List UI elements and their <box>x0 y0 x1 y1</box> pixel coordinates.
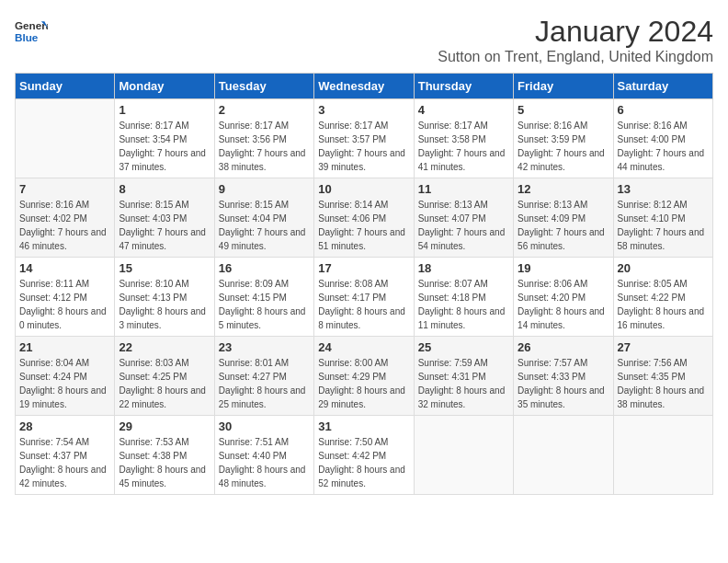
day-info: Sunrise: 8:05 AMSunset: 4:22 PMDaylight:… <box>618 277 709 332</box>
day-number: 29 <box>119 419 210 433</box>
day-info: Sunrise: 8:17 AMSunset: 3:57 PMDaylight:… <box>318 119 409 174</box>
day-number: 9 <box>219 182 310 196</box>
calendar-cell <box>514 416 613 495</box>
calendar-cell: 18Sunrise: 8:07 AMSunset: 4:18 PMDayligh… <box>414 258 513 337</box>
day-info: Sunrise: 7:56 AMSunset: 4:35 PMDaylight:… <box>618 356 709 411</box>
calendar-cell: 19Sunrise: 8:06 AMSunset: 4:20 PMDayligh… <box>514 258 613 337</box>
day-info: Sunrise: 7:50 AMSunset: 4:42 PMDaylight:… <box>318 435 409 490</box>
day-number: 6 <box>618 103 709 117</box>
calendar-week-row: 28Sunrise: 7:54 AMSunset: 4:37 PMDayligh… <box>16 416 713 495</box>
day-info: Sunrise: 7:53 AMSunset: 4:38 PMDaylight:… <box>119 435 210 490</box>
day-info: Sunrise: 8:13 AMSunset: 4:07 PMDaylight:… <box>418 198 509 253</box>
calendar-cell: 31Sunrise: 7:50 AMSunset: 4:42 PMDayligh… <box>314 416 414 495</box>
calendar-cell: 30Sunrise: 7:51 AMSunset: 4:40 PMDayligh… <box>214 416 313 495</box>
calendar-cell: 1Sunrise: 8:17 AMSunset: 3:54 PMDaylight… <box>115 99 214 178</box>
day-info: Sunrise: 8:17 AMSunset: 3:56 PMDaylight:… <box>219 119 310 174</box>
weekday-header-monday: Monday <box>115 74 214 99</box>
day-number: 20 <box>618 261 709 275</box>
weekday-header-friday: Friday <box>514 74 613 99</box>
location-title: Sutton on Trent, England, United Kingdom <box>438 49 713 65</box>
day-info: Sunrise: 8:01 AMSunset: 4:27 PMDaylight:… <box>219 356 310 411</box>
day-number: 17 <box>318 261 409 275</box>
day-number: 25 <box>418 340 509 354</box>
day-info: Sunrise: 8:16 AMSunset: 4:02 PMDaylight:… <box>19 198 110 253</box>
day-info: Sunrise: 8:16 AMSunset: 3:59 PMDaylight:… <box>518 119 609 174</box>
day-info: Sunrise: 8:17 AMSunset: 3:58 PMDaylight:… <box>418 119 509 174</box>
weekday-header-sunday: Sunday <box>16 74 115 99</box>
calendar-cell: 25Sunrise: 7:59 AMSunset: 4:31 PMDayligh… <box>414 337 513 416</box>
calendar-cell: 22Sunrise: 8:03 AMSunset: 4:25 PMDayligh… <box>115 337 214 416</box>
day-number: 18 <box>418 261 509 275</box>
calendar-cell: 10Sunrise: 8:14 AMSunset: 4:06 PMDayligh… <box>314 178 414 258</box>
day-info: Sunrise: 7:51 AMSunset: 4:40 PMDaylight:… <box>219 435 310 490</box>
day-info: Sunrise: 8:04 AMSunset: 4:24 PMDaylight:… <box>19 356 110 411</box>
day-number: 28 <box>19 419 110 433</box>
day-number: 13 <box>618 182 709 196</box>
page-header: General Blue January 2024 Sutton on Tren… <box>15 15 713 65</box>
calendar-cell: 2Sunrise: 8:17 AMSunset: 3:56 PMDaylight… <box>214 99 313 178</box>
day-number: 14 <box>19 261 110 275</box>
calendar-cell: 11Sunrise: 8:13 AMSunset: 4:07 PMDayligh… <box>414 178 513 258</box>
calendar-cell: 3Sunrise: 8:17 AMSunset: 3:57 PMDaylight… <box>314 99 414 178</box>
calendar-table: SundayMondayTuesdayWednesdayThursdayFrid… <box>15 73 713 495</box>
calendar-cell: 12Sunrise: 8:13 AMSunset: 4:09 PMDayligh… <box>514 178 613 258</box>
day-info: Sunrise: 8:09 AMSunset: 4:15 PMDaylight:… <box>219 277 310 332</box>
calendar-week-row: 1Sunrise: 8:17 AMSunset: 3:54 PMDaylight… <box>16 99 713 178</box>
day-info: Sunrise: 8:15 AMSunset: 4:04 PMDaylight:… <box>219 198 310 253</box>
day-number: 8 <box>119 182 210 196</box>
logo-icon: General Blue <box>15 15 48 48</box>
weekday-header-thursday: Thursday <box>414 74 513 99</box>
calendar-cell: 26Sunrise: 7:57 AMSunset: 4:33 PMDayligh… <box>514 337 613 416</box>
day-info: Sunrise: 8:15 AMSunset: 4:03 PMDaylight:… <box>119 198 210 253</box>
calendar-cell: 6Sunrise: 8:16 AMSunset: 4:00 PMDaylight… <box>613 99 712 178</box>
day-number: 23 <box>219 340 310 354</box>
calendar-cell: 20Sunrise: 8:05 AMSunset: 4:22 PMDayligh… <box>613 258 712 337</box>
day-number: 16 <box>219 261 310 275</box>
month-title: January 2024 <box>438 15 713 49</box>
title-area: January 2024 Sutton on Trent, England, U… <box>438 15 713 65</box>
day-info: Sunrise: 8:16 AMSunset: 4:00 PMDaylight:… <box>618 119 709 174</box>
day-info: Sunrise: 8:12 AMSunset: 4:10 PMDaylight:… <box>618 198 709 253</box>
svg-text:General: General <box>15 19 48 31</box>
calendar-cell: 27Sunrise: 7:56 AMSunset: 4:35 PMDayligh… <box>613 337 712 416</box>
weekday-header-wednesday: Wednesday <box>314 74 414 99</box>
day-info: Sunrise: 8:07 AMSunset: 4:18 PMDaylight:… <box>418 277 509 332</box>
weekday-header-tuesday: Tuesday <box>214 74 313 99</box>
calendar-cell: 28Sunrise: 7:54 AMSunset: 4:37 PMDayligh… <box>16 416 115 495</box>
day-info: Sunrise: 8:03 AMSunset: 4:25 PMDaylight:… <box>119 356 210 411</box>
calendar-cell: 21Sunrise: 8:04 AMSunset: 4:24 PMDayligh… <box>16 337 115 416</box>
day-number: 22 <box>119 340 210 354</box>
day-info: Sunrise: 8:06 AMSunset: 4:20 PMDaylight:… <box>518 277 609 332</box>
logo: General Blue <box>15 15 48 48</box>
svg-text:Blue: Blue <box>15 31 39 43</box>
calendar-cell: 4Sunrise: 8:17 AMSunset: 3:58 PMDaylight… <box>414 99 513 178</box>
day-number: 15 <box>119 261 210 275</box>
day-number: 27 <box>618 340 709 354</box>
calendar-cell: 9Sunrise: 8:15 AMSunset: 4:04 PMDaylight… <box>214 178 313 258</box>
calendar-cell: 14Sunrise: 8:11 AMSunset: 4:12 PMDayligh… <box>16 258 115 337</box>
day-number: 24 <box>318 340 409 354</box>
calendar-week-row: 14Sunrise: 8:11 AMSunset: 4:12 PMDayligh… <box>16 258 713 337</box>
calendar-week-row: 21Sunrise: 8:04 AMSunset: 4:24 PMDayligh… <box>16 337 713 416</box>
day-number: 2 <box>219 103 310 117</box>
day-number: 30 <box>219 419 310 433</box>
calendar-cell: 29Sunrise: 7:53 AMSunset: 4:38 PMDayligh… <box>115 416 214 495</box>
weekday-header-row: SundayMondayTuesdayWednesdayThursdayFrid… <box>16 74 713 99</box>
day-number: 12 <box>518 182 609 196</box>
day-info: Sunrise: 8:10 AMSunset: 4:13 PMDaylight:… <box>119 277 210 332</box>
calendar-cell: 24Sunrise: 8:00 AMSunset: 4:29 PMDayligh… <box>314 337 414 416</box>
calendar-cell: 16Sunrise: 8:09 AMSunset: 4:15 PMDayligh… <box>214 258 313 337</box>
calendar-cell: 23Sunrise: 8:01 AMSunset: 4:27 PMDayligh… <box>214 337 313 416</box>
calendar-cell: 7Sunrise: 8:16 AMSunset: 4:02 PMDaylight… <box>16 178 115 258</box>
calendar-cell: 8Sunrise: 8:15 AMSunset: 4:03 PMDaylight… <box>115 178 214 258</box>
calendar-cell: 15Sunrise: 8:10 AMSunset: 4:13 PMDayligh… <box>115 258 214 337</box>
day-number: 7 <box>19 182 110 196</box>
day-number: 21 <box>19 340 110 354</box>
day-info: Sunrise: 7:54 AMSunset: 4:37 PMDaylight:… <box>19 435 110 490</box>
calendar-cell: 5Sunrise: 8:16 AMSunset: 3:59 PMDaylight… <box>514 99 613 178</box>
calendar-cell <box>414 416 513 495</box>
day-number: 19 <box>518 261 609 275</box>
day-info: Sunrise: 8:13 AMSunset: 4:09 PMDaylight:… <box>518 198 609 253</box>
day-info: Sunrise: 8:00 AMSunset: 4:29 PMDaylight:… <box>318 356 409 411</box>
calendar-week-row: 7Sunrise: 8:16 AMSunset: 4:02 PMDaylight… <box>16 178 713 258</box>
